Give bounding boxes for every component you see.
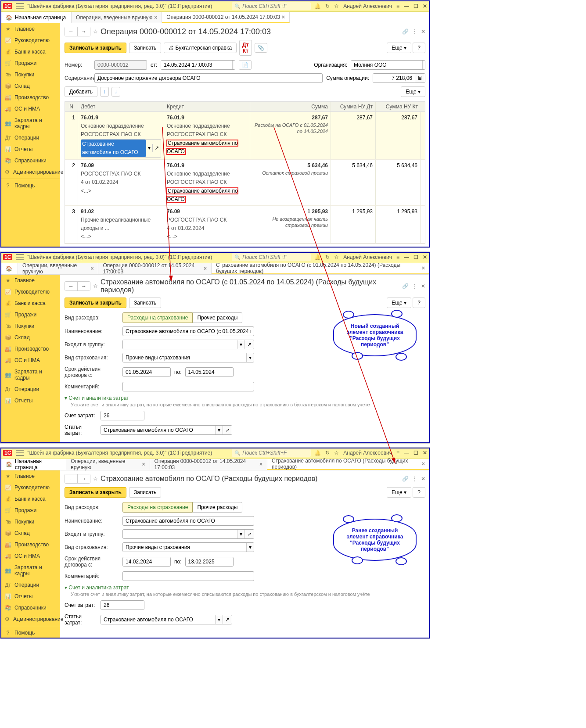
dropdown-icon[interactable]: ▾ <box>422 61 425 69</box>
tab-operation-doc[interactable]: Операция 0000-000012 от 14.05.2024 17:00… <box>150 459 267 470</box>
instype-input[interactable] <box>123 353 246 362</box>
sidebar-manager[interactable]: 📈Руководителю <box>0 35 60 46</box>
sidebar-ops[interactable]: ДтОперации <box>0 132 60 143</box>
date-from-input[interactable] <box>123 368 171 377</box>
nav-fwd-button[interactable]: → <box>78 282 90 290</box>
dropdown-icon[interactable]: ▾ <box>146 144 152 152</box>
link-icon[interactable]: 🔗 <box>402 29 409 35</box>
tab-rbp-doc[interactable]: Страхование автомобиля по ОСАГО (с 01.05… <box>212 263 430 274</box>
group-input[interactable] <box>123 340 237 349</box>
hamburger-icon[interactable] <box>16 254 24 260</box>
hamburger-icon[interactable] <box>16 450 24 456</box>
calendar-icon[interactable]: 📅 <box>232 61 235 69</box>
bell-icon[interactable]: 🔔 <box>314 254 321 260</box>
dt-kt-button[interactable]: ДтКт <box>239 40 252 56</box>
bell-icon[interactable]: 🔔 <box>314 3 321 9</box>
tab-operation-doc[interactable]: Операция 0000-000012 от 14.05.2024 17:00… <box>98 263 212 274</box>
search-box[interactable] <box>232 2 311 10</box>
highlighted-subconto[interactable]: Страхование автомобиля по ОСАГО <box>167 188 238 202</box>
attach-button[interactable]: 📎 <box>255 43 267 53</box>
sidebar-reports[interactable]: 📊Отчеты <box>0 143 60 155</box>
save-close-button[interactable]: Записать и закрыть <box>65 298 126 308</box>
open-ref-icon[interactable]: ↗ <box>152 144 161 152</box>
tab-operation-doc[interactable]: Операция 0000-000012 от 14.05.2024 17:00… <box>162 12 290 23</box>
nav-fwd-button[interactable]: → <box>78 27 90 36</box>
menu-icon[interactable]: ≡ <box>396 254 399 260</box>
pill-other[interactable]: Прочие расходы <box>193 502 242 513</box>
sum-input[interactable] <box>373 74 415 82</box>
more-button-2[interactable]: Еще ▾ <box>401 86 425 97</box>
move-down-button[interactable]: ↓ <box>111 87 120 97</box>
date-to-input[interactable] <box>186 368 234 377</box>
number-input[interactable] <box>94 60 147 70</box>
search-input[interactable] <box>242 450 309 456</box>
help-button[interactable]: ? <box>413 298 425 308</box>
save-button[interactable]: Записать <box>129 298 161 308</box>
save-button[interactable]: Записать <box>129 43 161 53</box>
tab-ops[interactable]: Операции, введенные вручную× <box>18 263 98 274</box>
hamburger-icon[interactable] <box>16 3 24 9</box>
account-input[interactable] <box>101 601 144 610</box>
date-to-input[interactable] <box>186 557 234 566</box>
highlighted-subconto[interactable]: Страхование автомобиля по ОСАГО <box>167 140 238 154</box>
name-input[interactable] <box>122 326 254 336</box>
cost-analytics-header[interactable]: Счет и аналитика затрат <box>65 585 425 591</box>
comment-input[interactable] <box>122 382 254 391</box>
table-row[interactable]: 1 76.01.9 Основное подразделение РОСГОСС… <box>65 112 425 160</box>
tab-close-icon[interactable]: × <box>282 14 285 20</box>
pill-insurance[interactable]: Расходы на страхование <box>122 312 193 323</box>
sidebar-buy[interactable]: 🛍Покупки <box>0 69 60 80</box>
save-close-button[interactable]: Записать и закрыть <box>65 487 126 498</box>
tab-ops[interactable]: Операции, введенные вручную× <box>66 459 150 470</box>
name-input[interactable] <box>122 516 254 526</box>
history-icon[interactable]: ↻ <box>325 3 330 9</box>
tab-rbp-doc[interactable]: Страхование автомобиля по ОСАГО (Расходы… <box>267 459 430 470</box>
move-up-button[interactable]: ↑ <box>100 87 109 97</box>
search-input[interactable] <box>242 3 309 9</box>
minimize-icon[interactable]: — <box>404 3 409 9</box>
selected-subconto[interactable]: Страхование автомобиля по ОСАГО <box>81 140 146 157</box>
buh-report-button[interactable]: 🖨 Бухгалтерская справка <box>164 43 237 53</box>
search-input[interactable] <box>242 254 309 260</box>
sidebar-refs[interactable]: 📚Справочники <box>0 155 60 166</box>
help-button[interactable]: ? <box>413 43 425 53</box>
sidebar-bank[interactable]: 💰Банк и касса <box>0 46 60 57</box>
open-ref-icon[interactable]: ↗ <box>244 340 254 349</box>
sidebar-prod[interactable]: 🏭Производство <box>0 92 60 103</box>
add-row-button[interactable]: Добавить <box>65 86 97 97</box>
sidebar-stock[interactable]: 📦Склад <box>0 80 60 92</box>
comment-input[interactable] <box>122 571 254 581</box>
sidebar-main[interactable]: ★Главное <box>0 23 60 35</box>
sidebar-os[interactable]: 🚚ОС и НМА <box>0 103 60 115</box>
article-input[interactable] <box>101 615 215 624</box>
star-icon[interactable]: ☆ <box>334 3 339 9</box>
tab-close-icon[interactable]: × <box>154 14 157 21</box>
article-input[interactable] <box>101 426 215 434</box>
account-input[interactable] <box>101 411 144 420</box>
sidebar-admin[interactable]: ⚙Администрирование <box>0 166 60 178</box>
search-box[interactable] <box>232 253 311 261</box>
pill-other[interactable]: Прочие расходы <box>193 312 242 323</box>
more-button[interactable]: Еще ▾ <box>387 43 411 53</box>
maximize-icon[interactable]: ☐ <box>413 3 418 9</box>
dropdown-icon[interactable]: ▾ <box>246 353 254 362</box>
nav-back-button[interactable]: ← <box>65 282 78 290</box>
more-button[interactable]: Еще ▾ <box>387 298 411 308</box>
date-input[interactable] <box>161 61 232 69</box>
user-name[interactable]: Андрей Алексеевич <box>343 3 392 9</box>
org-input[interactable] <box>351 61 422 69</box>
sidebar-salary[interactable]: 👥Зарплата и кадры <box>0 115 60 132</box>
group-input[interactable] <box>123 530 237 538</box>
tab-ops[interactable]: Операции, введенные вручную× <box>72 12 162 23</box>
menu-icon[interactable]: ≡ <box>396 3 399 9</box>
home-tab[interactable]: 🏠 <box>0 263 18 274</box>
nav-back-button[interactable]: ← <box>65 27 78 36</box>
reg-info-icon[interactable]: 📄 <box>239 60 252 70</box>
favorite-icon[interactable]: ☆ <box>93 29 98 35</box>
sidebar-sales[interactable]: 🛒Продажи <box>0 57 60 69</box>
save-button[interactable]: Записать <box>129 487 161 498</box>
date-from-input[interactable] <box>123 557 171 566</box>
calc-icon[interactable]: 🖩 <box>415 74 425 82</box>
home-tab[interactable]: 🏠 Начальная страница <box>0 12 72 23</box>
content-input[interactable] <box>94 73 323 83</box>
